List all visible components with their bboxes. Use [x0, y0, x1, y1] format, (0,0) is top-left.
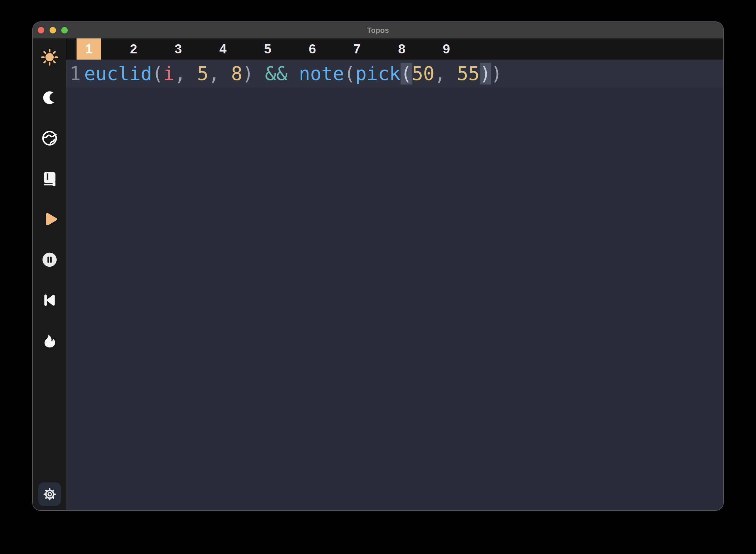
tab-2[interactable]: 2 [111, 39, 156, 60]
book-icon [41, 170, 58, 187]
tab-8[interactable]: 8 [379, 39, 424, 60]
play-button[interactable] [41, 210, 58, 228]
skip-back-icon [41, 291, 58, 309]
globe-icon [41, 129, 58, 147]
code-token: , [208, 63, 231, 85]
pause-button[interactable] [41, 251, 58, 269]
tab-label: 5 [255, 39, 280, 60]
window-title: Topos [33, 22, 723, 39]
zoom-button[interactable] [61, 27, 68, 34]
close-button[interactable] [38, 27, 44, 34]
sidebar-icons [33, 39, 66, 349]
tab-9[interactable]: 9 [424, 39, 468, 60]
code-token [288, 63, 299, 85]
tab-label: 4 [210, 39, 235, 60]
tab-label: 9 [434, 39, 459, 60]
tab-label: 7 [345, 39, 370, 60]
rewind-button[interactable] [41, 291, 58, 309]
window-body: 123456789 1 euclid(i, 5, 8) && note(pick… [33, 39, 723, 510]
tab-label: 6 [300, 39, 325, 60]
pause-circle-icon [41, 251, 58, 268]
moon-icon [41, 89, 58, 106]
code-token: 55 [457, 63, 480, 85]
matched-bracket: ) [480, 63, 491, 85]
code-token: 5 [197, 63, 208, 85]
tab-label: 1 [76, 39, 101, 60]
minimize-button[interactable] [50, 27, 56, 34]
traffic-lights [38, 22, 68, 39]
settings-button[interactable] [38, 482, 61, 506]
globe-button[interactable] [41, 129, 58, 147]
theme-dark-button[interactable] [41, 89, 58, 107]
tab-label: 3 [166, 39, 191, 60]
app-window: Topos [33, 22, 723, 510]
flame-icon [41, 332, 58, 349]
code-token: note [299, 63, 344, 85]
code-token: , [175, 63, 197, 85]
tab-3[interactable]: 3 [156, 39, 201, 60]
code-token: && [265, 63, 288, 85]
line-number: 1 [66, 63, 84, 85]
gear-icon [43, 487, 57, 501]
main-panel: 123456789 1 euclid(i, 5, 8) && note(pick… [66, 39, 723, 510]
code-editor[interactable]: 1 euclid(i, 5, 8) && note(pick(50, 55)) [66, 60, 723, 510]
code-token: ( [152, 63, 163, 85]
play-icon [41, 210, 58, 228]
code-content: euclid(i, 5, 8) && note(pick(50, 55)) [84, 63, 502, 85]
matched-bracket: ( [400, 63, 412, 85]
tab-label: 8 [389, 39, 414, 60]
code-line: 1 euclid(i, 5, 8) && note(pick(50, 55)) [66, 60, 723, 88]
code-token: ) [491, 63, 502, 85]
code-token: pick [356, 63, 400, 85]
tab-5[interactable]: 5 [245, 39, 290, 60]
code-token [254, 63, 265, 85]
sidebar [33, 39, 66, 510]
docs-button[interactable] [41, 170, 58, 187]
sun-icon [41, 48, 58, 66]
titlebar[interactable]: Topos [33, 22, 723, 39]
code-token: euclid [84, 63, 152, 85]
flame-button[interactable] [41, 332, 58, 349]
tab-4[interactable]: 4 [201, 39, 245, 60]
theme-light-button[interactable] [41, 48, 58, 66]
code-token: 8 [231, 63, 243, 85]
tab-6[interactable]: 6 [290, 39, 334, 60]
code-token: , [434, 63, 457, 85]
code-token: ) [242, 63, 254, 85]
tab-7[interactable]: 7 [334, 39, 379, 60]
tab-1[interactable]: 1 [67, 39, 111, 60]
code-token: 50 [412, 63, 434, 85]
code-token: ( [344, 63, 356, 85]
scene-tabbar: 123456789 [66, 39, 723, 60]
tab-label: 2 [121, 39, 146, 60]
desktop: Topos [0, 0, 756, 554]
code-token: i [163, 63, 175, 85]
